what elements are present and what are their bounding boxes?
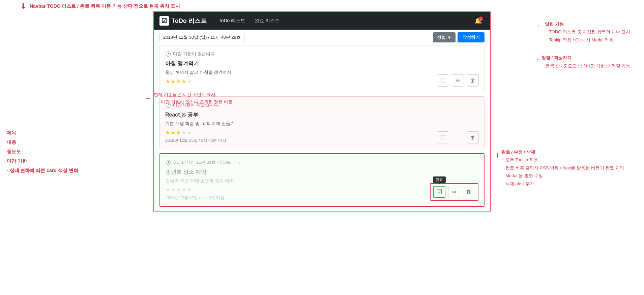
current-time: 2018년 12월 30일 (일) / 15시 48분 28초 xyxy=(159,33,244,42)
bell-button[interactable]: 🔔 1 xyxy=(472,16,485,26)
left-label-note: - 상태 변화에 따른 card 색상 변화 xyxy=(7,166,78,175)
star-3-2: ★ xyxy=(171,187,176,193)
stars-1: ★ ★ ★ ★ ★ xyxy=(165,78,479,85)
right-action-item-1: 모두 Tooltip 적용 xyxy=(505,156,624,164)
right-sort-label: 정렬 / 작성하기 xyxy=(541,54,630,62)
brand-icon-box: ☑ xyxy=(159,16,169,26)
delete-button-1[interactable]: 🗑 xyxy=(467,74,479,87)
star-2-4: ★ xyxy=(181,129,186,136)
left-label-deadline: 마감 기한 xyxy=(7,156,78,166)
edit-button-1[interactable]: ✏ xyxy=(452,74,464,87)
todo-content-1: 항상 까먹지 말고 아침을 챙겨먹자 xyxy=(165,69,479,75)
star-2-5: ★ xyxy=(187,129,192,136)
right-action-item-2: 완료 버튼 클릭시 CSS 변화 / Ajax를 활용한 비동기 완료 처리 xyxy=(505,164,624,172)
navbar-right: 🔔 1 xyxy=(472,16,485,26)
todo-card-1: 🕐 마감 기한이 없습니다. 아침 챙겨먹기 항상 까먹지 말고 아침을 챙겨먹… xyxy=(159,45,485,92)
left-label-content: 내용 xyxy=(7,137,78,147)
toolbar-right: 정렬 ▼ 작성하기 xyxy=(433,32,485,42)
todo-date-2: 2018년 12월 25일 / 0시 45분 마감 xyxy=(165,138,479,143)
edit-button-3[interactable]: ✏ xyxy=(448,186,460,198)
right-annotation-alarm: ← 알림 기능 TODO 리스트 중 마감된 항목의 개수 표시 Tooltip… xyxy=(536,20,637,70)
top-annotation-text: Navbar TODO 리스트 / 완료 목록 이동 가능 상단 점으로 현재 … xyxy=(30,3,180,9)
navbar: ☑ ToDo 리스트 ToDo 리스트 완료 리스트 🔔 1 xyxy=(154,12,490,30)
todo-title-1: 아침 챙겨먹기 xyxy=(165,60,479,67)
card-actions-3: 완료 ☑ ✏ 🗑 xyxy=(430,183,478,201)
middle-annotation: ← 현재 기준남은 시간 초단위 표시 - 마감 기한이 없거나 초과된 것은 … xyxy=(145,91,233,106)
right-sort-item-1: 등록 순 / 중요도 순 / 마감 기한 순 정렬 가능 xyxy=(546,62,630,70)
deadline-text-1: 마감 기한이 없습니다. xyxy=(173,51,216,57)
card-actions-2: ☐ 🗑 xyxy=(437,131,479,143)
star-1-2: ★ xyxy=(171,78,175,85)
middle-annotation-line1: 현재 기준남은 시간 초단위 표시 xyxy=(154,91,233,98)
app-container: ☑ ToDo 리스트 ToDo 리스트 완료 리스트 🔔 1 2018년 12월… xyxy=(153,11,491,211)
star-1-3: ★ xyxy=(176,78,181,85)
middle-annotation-line2: - 마감 기한이 없거나 초과된 것은 따로 xyxy=(154,98,233,106)
left-annotation: 제목 내용 중요도 마감 기한 - 상태 변화에 따른 card 색상 변화 xyxy=(7,128,78,175)
star-2-3: ★ xyxy=(176,129,181,136)
card-actions-1: ☐ ✏ 🗑 xyxy=(437,74,479,87)
nav-todo-list[interactable]: ToDo 리스트 xyxy=(215,16,250,26)
star-3-5: ★ xyxy=(187,187,192,193)
todo-content-2: 기본 개념 학습 및 Todo 예제 만들기 xyxy=(165,121,479,127)
star-1-4: ★ xyxy=(181,78,186,85)
clock-icon-3: 🕐 xyxy=(166,160,171,165)
sort-button[interactable]: 정렬 ▼ xyxy=(433,32,456,42)
navbar-brand: ☑ ToDo 리스트 xyxy=(159,16,207,26)
top-arrow-down: ⬇ xyxy=(20,2,26,11)
star-3-4: ★ xyxy=(182,187,186,193)
sort-label: 정렬 xyxy=(437,34,446,40)
todo-card-3: 🕐 6일 17시간 11분 31초 남았습니다. 송년회 장소 예약 강남역 주… xyxy=(159,153,485,207)
right-alarm-label: 알림 기능 xyxy=(545,20,630,28)
deadline-tag-3: 🕐 6일 17시간 11분 31초 남았습니다. xyxy=(166,159,478,165)
star-1-1: ★ xyxy=(165,78,170,85)
right-alarm-item-1: TODO 리스트 중 마감된 항목의 개수 표시 xyxy=(549,28,630,36)
deadline-text-3: 6일 17시간 11분 31초 남았습니다. xyxy=(173,159,240,165)
complete-button-1[interactable]: ☐ xyxy=(437,74,449,87)
right-action-item-3: Modal 을 통한 수정 xyxy=(505,172,624,179)
complete-button-2[interactable]: ☐ xyxy=(437,131,449,143)
todo-title-2: React.js 공부 xyxy=(165,111,479,119)
right-alarm-item-2: Tooltip 적용 / Click 시 Modal 적용 xyxy=(549,36,630,44)
star-2-2: ★ xyxy=(171,129,175,136)
toolbar-row: 2018년 12월 30일 (일) / 15시 48분 28초 정렬 ▼ 작성하… xyxy=(159,30,485,45)
star-3-1: ★ xyxy=(166,187,170,193)
star-2-1: ★ xyxy=(165,129,170,136)
left-label-priority: 중요도 xyxy=(7,147,78,156)
stars-2: ★ ★ ★ ★ ★ xyxy=(165,129,479,136)
right-actions-annotation: ↓ 완료 / 수정 / 삭제 모두 Tooltip 적용 완료 버튼 클릭시 C… xyxy=(496,148,637,188)
star-3-3: ★ xyxy=(176,187,181,193)
clock-icon-1: 🕐 xyxy=(165,51,171,57)
deadline-tag-1: 🕐 마감 기한이 없습니다. xyxy=(165,51,479,57)
todo-title-3: 송년회 장소 예약 xyxy=(166,169,478,176)
delete-button-2[interactable]: 🗑 xyxy=(467,131,479,143)
right-action-item-4: 삭제 alert 추가 xyxy=(505,180,624,188)
toolbar-wrapper: 2018년 12월 30일 (일) / 15시 48분 28초 정렬 ▼ 작성하… xyxy=(154,30,490,207)
complete-wrapper-3: 완료 ☑ xyxy=(433,186,445,198)
left-label-title: 제목 xyxy=(7,128,78,137)
nav-done-list[interactable]: 완료 리스트 xyxy=(251,16,284,26)
sort-chevron-icon: ▼ xyxy=(447,35,451,40)
bell-badge: 1 xyxy=(478,17,483,21)
complete-button-3[interactable]: ☑ xyxy=(433,186,445,198)
write-button[interactable]: 작성하기 xyxy=(458,32,485,42)
brand-label: ToDo 리스트 xyxy=(172,17,207,25)
brand-icon: ☑ xyxy=(162,17,167,25)
star-1-5: ★ xyxy=(187,78,192,85)
tooltip-complete: 완료 xyxy=(433,176,446,183)
right-actions-label: 완료 / 수정 / 삭제 xyxy=(501,148,624,156)
navbar-nav: ToDo 리스트 완료 리스트 xyxy=(215,16,284,26)
delete-button-3[interactable]: 🗑 xyxy=(463,186,475,198)
